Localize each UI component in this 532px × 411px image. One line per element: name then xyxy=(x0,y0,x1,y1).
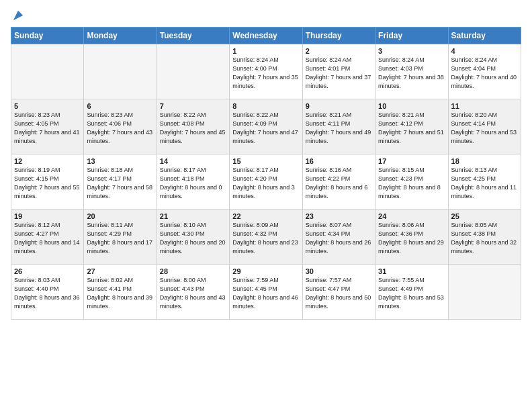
day-info: Sunrise: 8:06 AMSunset: 4:36 PMDaylight:… xyxy=(378,221,445,256)
day-number: 26 xyxy=(14,267,81,275)
day-info: Sunrise: 8:24 AMSunset: 4:04 PMDaylight:… xyxy=(451,56,518,91)
calendar-cell xyxy=(157,44,229,99)
day-number: 30 xyxy=(306,267,372,275)
day-number: 12 xyxy=(14,157,81,165)
calendar-cell: 5Sunrise: 8:23 AMSunset: 4:05 PMDaylight… xyxy=(11,99,84,154)
col-header-thursday: Thursday xyxy=(302,28,375,44)
day-number: 18 xyxy=(451,157,518,165)
calendar-cell: 7Sunrise: 8:22 AMSunset: 4:08 PMDaylight… xyxy=(157,99,229,154)
col-header-sunday: Sunday xyxy=(11,28,84,44)
calendar-cell xyxy=(448,265,521,320)
day-info: Sunrise: 8:17 AMSunset: 4:20 PMDaylight:… xyxy=(232,166,299,201)
calendar-week-5: 26Sunrise: 8:03 AMSunset: 4:40 PMDayligh… xyxy=(11,265,521,320)
day-number: 10 xyxy=(378,102,445,110)
day-info: Sunrise: 8:21 AMSunset: 4:12 PMDaylight:… xyxy=(378,111,445,146)
calendar-cell: 19Sunrise: 8:12 AMSunset: 4:27 PMDayligh… xyxy=(11,210,84,265)
col-header-friday: Friday xyxy=(375,28,448,44)
day-number: 4 xyxy=(451,47,518,55)
day-info: Sunrise: 8:12 AMSunset: 4:27 PMDaylight:… xyxy=(14,221,81,256)
calendar-cell: 20Sunrise: 8:11 AMSunset: 4:29 PMDayligh… xyxy=(84,210,157,265)
day-info: Sunrise: 8:10 AMSunset: 4:30 PMDaylight:… xyxy=(160,221,226,256)
day-info: Sunrise: 8:18 AMSunset: 4:17 PMDaylight:… xyxy=(87,166,153,201)
day-number: 13 xyxy=(87,157,153,165)
day-info: Sunrise: 8:02 AMSunset: 4:41 PMDaylight:… xyxy=(87,276,153,311)
day-number: 11 xyxy=(451,102,518,110)
calendar-cell: 16Sunrise: 8:16 AMSunset: 4:22 PMDayligh… xyxy=(302,154,375,210)
day-info: Sunrise: 7:55 AMSunset: 4:49 PMDaylight:… xyxy=(378,276,445,311)
day-number: 23 xyxy=(306,212,372,220)
calendar-week-4: 19Sunrise: 8:12 AMSunset: 4:27 PMDayligh… xyxy=(11,210,521,265)
col-header-monday: Monday xyxy=(84,28,157,44)
calendar-cell: 1Sunrise: 8:24 AMSunset: 4:00 PMDaylight… xyxy=(230,44,302,99)
svg-marker-0 xyxy=(13,11,23,20)
day-number: 19 xyxy=(14,212,81,220)
calendar-cell xyxy=(11,44,84,99)
day-number: 17 xyxy=(378,157,445,165)
day-number: 6 xyxy=(87,102,153,110)
day-number: 27 xyxy=(87,267,153,275)
day-info: Sunrise: 8:13 AMSunset: 4:25 PMDaylight:… xyxy=(451,166,518,201)
day-number: 8 xyxy=(232,102,299,110)
calendar-cell: 17Sunrise: 8:15 AMSunset: 4:23 PMDayligh… xyxy=(375,154,448,210)
day-number: 3 xyxy=(378,47,445,55)
calendar-cell: 31Sunrise: 7:55 AMSunset: 4:49 PMDayligh… xyxy=(375,265,448,320)
calendar-cell: 8Sunrise: 8:22 AMSunset: 4:09 PMDaylight… xyxy=(230,99,302,154)
calendar-cell: 26Sunrise: 8:03 AMSunset: 4:40 PMDayligh… xyxy=(11,265,84,320)
day-info: Sunrise: 8:05 AMSunset: 4:38 PMDaylight:… xyxy=(451,221,518,256)
day-number: 21 xyxy=(160,212,226,220)
day-info: Sunrise: 8:00 AMSunset: 4:43 PMDaylight:… xyxy=(160,276,226,311)
calendar-week-2: 5Sunrise: 8:23 AMSunset: 4:05 PMDaylight… xyxy=(11,99,521,154)
day-number: 15 xyxy=(232,157,299,165)
calendar-cell: 29Sunrise: 7:59 AMSunset: 4:45 PMDayligh… xyxy=(230,265,302,320)
calendar-cell xyxy=(84,44,157,99)
day-number: 1 xyxy=(232,47,299,55)
calendar-cell: 14Sunrise: 8:17 AMSunset: 4:18 PMDayligh… xyxy=(157,154,229,210)
day-number: 2 xyxy=(306,47,372,55)
day-info: Sunrise: 8:23 AMSunset: 4:05 PMDaylight:… xyxy=(14,111,81,146)
day-info: Sunrise: 8:24 AMSunset: 4:00 PMDaylight:… xyxy=(232,56,299,91)
col-header-tuesday: Tuesday xyxy=(157,28,229,44)
day-number: 22 xyxy=(232,212,299,220)
day-number: 5 xyxy=(14,102,81,110)
day-info: Sunrise: 8:22 AMSunset: 4:09 PMDaylight:… xyxy=(232,111,299,146)
calendar-cell: 9Sunrise: 8:21 AMSunset: 4:11 PMDaylight… xyxy=(302,99,375,154)
calendar-cell: 30Sunrise: 7:57 AMSunset: 4:47 PMDayligh… xyxy=(302,265,375,320)
calendar-cell: 3Sunrise: 8:24 AMSunset: 4:03 PMDaylight… xyxy=(375,44,448,99)
col-header-wednesday: Wednesday xyxy=(230,28,302,44)
calendar-cell: 21Sunrise: 8:10 AMSunset: 4:30 PMDayligh… xyxy=(157,210,229,265)
calendar-cell: 11Sunrise: 8:20 AMSunset: 4:14 PMDayligh… xyxy=(448,99,521,154)
day-number: 24 xyxy=(378,212,445,220)
day-info: Sunrise: 8:11 AMSunset: 4:29 PMDaylight:… xyxy=(87,221,153,256)
day-info: Sunrise: 8:09 AMSunset: 4:32 PMDaylight:… xyxy=(232,221,299,256)
calendar-week-1: 1Sunrise: 8:24 AMSunset: 4:00 PMDaylight… xyxy=(11,44,521,99)
day-info: Sunrise: 7:57 AMSunset: 4:47 PMDaylight:… xyxy=(306,276,372,311)
day-info: Sunrise: 8:03 AMSunset: 4:40 PMDaylight:… xyxy=(14,276,81,311)
day-info: Sunrise: 8:22 AMSunset: 4:08 PMDaylight:… xyxy=(160,111,226,146)
calendar-cell: 28Sunrise: 8:00 AMSunset: 4:43 PMDayligh… xyxy=(157,265,229,320)
calendar-cell: 4Sunrise: 8:24 AMSunset: 4:04 PMDaylight… xyxy=(448,44,521,99)
day-info: Sunrise: 8:15 AMSunset: 4:23 PMDaylight:… xyxy=(378,166,445,201)
calendar-cell: 18Sunrise: 8:13 AMSunset: 4:25 PMDayligh… xyxy=(448,154,521,210)
day-number: 9 xyxy=(306,102,372,110)
day-info: Sunrise: 8:21 AMSunset: 4:11 PMDaylight:… xyxy=(306,111,372,146)
calendar-cell: 13Sunrise: 8:18 AMSunset: 4:17 PMDayligh… xyxy=(84,154,157,210)
calendar-cell: 22Sunrise: 8:09 AMSunset: 4:32 PMDayligh… xyxy=(230,210,302,265)
day-info: Sunrise: 8:20 AMSunset: 4:14 PMDaylight:… xyxy=(451,111,518,146)
day-number: 16 xyxy=(306,157,372,165)
day-info: Sunrise: 8:24 AMSunset: 4:03 PMDaylight:… xyxy=(378,56,445,91)
day-info: Sunrise: 8:23 AMSunset: 4:06 PMDaylight:… xyxy=(87,111,153,146)
day-info: Sunrise: 8:17 AMSunset: 4:18 PMDaylight:… xyxy=(160,166,226,201)
day-number: 14 xyxy=(160,157,226,165)
day-info: Sunrise: 8:07 AMSunset: 4:34 PMDaylight:… xyxy=(306,221,372,256)
calendar-header-row: SundayMondayTuesdayWednesdayThursdayFrid… xyxy=(11,28,521,44)
calendar-cell: 25Sunrise: 8:05 AMSunset: 4:38 PMDayligh… xyxy=(448,210,521,265)
calendar-cell: 27Sunrise: 8:02 AMSunset: 4:41 PMDayligh… xyxy=(84,265,157,320)
calendar-cell: 24Sunrise: 8:06 AMSunset: 4:36 PMDayligh… xyxy=(375,210,448,265)
day-info: Sunrise: 8:16 AMSunset: 4:22 PMDaylight:… xyxy=(306,166,372,201)
page: SundayMondayTuesdayWednesdayThursdayFrid… xyxy=(0,0,532,326)
col-header-saturday: Saturday xyxy=(448,28,521,44)
calendar-cell: 10Sunrise: 8:21 AMSunset: 4:12 PMDayligh… xyxy=(375,99,448,154)
day-info: Sunrise: 7:59 AMSunset: 4:45 PMDaylight:… xyxy=(232,276,299,311)
header xyxy=(11,7,521,21)
day-number: 28 xyxy=(160,267,226,275)
